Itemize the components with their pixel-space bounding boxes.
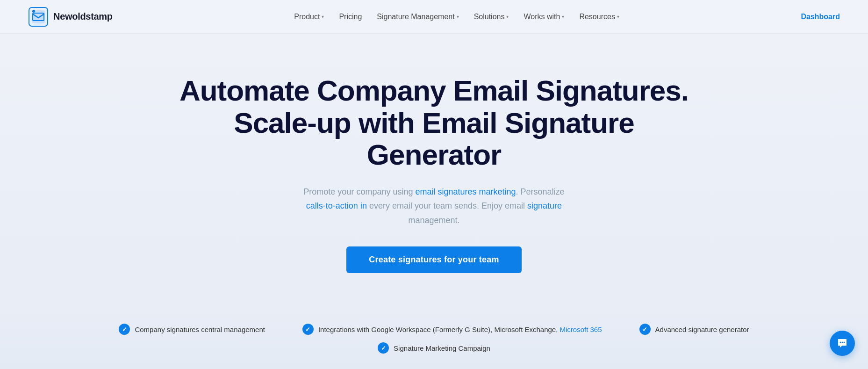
nav-workswith-chevron: ▾ — [562, 14, 564, 19]
nav-solutions[interactable]: Solutions ▾ — [474, 11, 509, 23]
nav-sigmanagement-chevron: ▾ — [457, 14, 459, 19]
features-row-1: Company signatures central management In… — [119, 324, 749, 335]
navbar-right: Dashboard — [801, 13, 840, 21]
feature-text-3: Advanced signature generator — [655, 326, 749, 333]
chat-icon — [836, 337, 848, 349]
feature-check-4 — [378, 342, 389, 354]
chat-bubble[interactable] — [830, 331, 855, 356]
feature-item-3: Advanced signature generator — [639, 324, 749, 335]
logo-area: Newoldstamp — [28, 7, 113, 27]
feature-check-1 — [119, 324, 130, 335]
feature-item-1: Company signatures central management — [119, 324, 265, 335]
svg-point-5 — [842, 342, 843, 343]
logo-text: Newoldstamp — [53, 11, 113, 22]
navbar: Newoldstamp Product ▾ Pricing Signature … — [0, 0, 868, 34]
svg-point-3 — [32, 10, 35, 13]
feature-text-4: Signature Marketing Campaign — [394, 344, 490, 352]
hero-subtitle: Promote your company using email signatu… — [294, 185, 574, 228]
nav-resources-chevron: ▾ — [617, 14, 619, 19]
dashboard-link[interactable]: Dashboard — [801, 13, 840, 21]
nav-resources[interactable]: Resources ▾ — [579, 11, 619, 23]
features-bar: Company signatures central management In… — [0, 305, 868, 369]
feature-check-2 — [302, 324, 314, 335]
hero-section: Automate Company Email Signatures. Scale… — [0, 34, 868, 305]
nav-pricing[interactable]: Pricing — [339, 11, 362, 23]
features-row-2: Signature Marketing Campaign — [378, 342, 490, 354]
nav-signature-management[interactable]: Signature Management ▾ — [377, 11, 459, 23]
svg-point-4 — [840, 342, 841, 343]
nav-solutions-chevron: ▾ — [506, 14, 509, 19]
hero-title: Automate Company Email Signatures. Scale… — [177, 75, 691, 171]
cta-button[interactable]: Create signatures for your team — [346, 246, 521, 273]
feature-text-2: Integrations with Google Workspace (Form… — [318, 326, 602, 333]
nav-menu: Product ▾ Pricing Signature Management ▾… — [294, 11, 619, 23]
feature-check-3 — [639, 324, 651, 335]
feature-item-2: Integrations with Google Workspace (Form… — [302, 324, 602, 335]
nav-works-with[interactable]: Works with ▾ — [524, 11, 564, 23]
nav-product-chevron: ▾ — [322, 14, 324, 19]
svg-point-6 — [844, 342, 845, 343]
feature-text-1: Company signatures central management — [135, 326, 265, 333]
nav-product[interactable]: Product ▾ — [294, 11, 324, 23]
logo-icon — [28, 7, 49, 27]
feature-item-4: Signature Marketing Campaign — [378, 342, 490, 354]
